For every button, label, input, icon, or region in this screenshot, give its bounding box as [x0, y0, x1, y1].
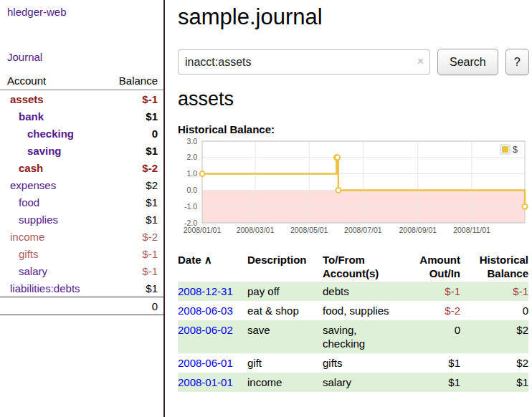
account-link-liabilities-debts[interactable]: liabilities:debts [7, 282, 80, 295]
clear-search-icon[interactable]: × [417, 55, 424, 68]
description-cell: save [247, 320, 323, 353]
accounts-cell: saving, checking [323, 320, 416, 353]
account-row: food $1 [0, 193, 163, 211]
account-link-gifts[interactable]: gifts [7, 247, 39, 261]
account-link-income[interactable]: income [7, 230, 44, 244]
page-title: sample.journal [178, 4, 532, 30]
account-link-checking[interactable]: checking [7, 127, 74, 140]
account-row: cash $-2 [0, 159, 163, 176]
svg-text:-1.0: -1.0 [184, 202, 197, 211]
account-link-salary[interactable]: salary [7, 264, 47, 278]
date-link[interactable]: 2008-06-01 [178, 357, 233, 369]
description-cell: pay off [247, 282, 323, 301]
svg-text:2008/03/01: 2008/03/01 [237, 226, 275, 234]
account-link-cash[interactable]: cash [7, 161, 43, 175]
header-date[interactable]: Date ∧ [178, 251, 247, 282]
accounts-cell: food, supplies [323, 301, 416, 320]
account-link-assets[interactable]: assets [7, 92, 44, 106]
account-row: gifts $-1 [0, 245, 163, 262]
register-row: 2008-01-01 income salary $1 $1 [178, 373, 528, 392]
accounts-header-balance: Balance [119, 75, 158, 87]
accounts-header-account: Account [7, 75, 46, 87]
register-row: 2008-06-01 gift gifts $1 $2 [178, 353, 528, 373]
sidebar: hledger-web Journal Account Balance asse… [0, 0, 165, 417]
account-balance: $1 [146, 144, 158, 158]
svg-text:2008/07/01: 2008/07/01 [344, 226, 382, 234]
header-balance: Historical Balance [460, 251, 528, 282]
svg-text:2008/11/01: 2008/11/01 [453, 226, 490, 234]
account-heading: assets [178, 88, 532, 110]
amount-cell: $1 [416, 353, 460, 373]
amount-cell: $-1 [416, 282, 460, 301]
date-link[interactable]: 2008-12-31 [178, 285, 233, 297]
svg-text:2008/01/01: 2008/01/01 [184, 226, 222, 234]
account-row: supplies $1 [0, 211, 163, 228]
account-balance: $-1 [142, 247, 158, 261]
account-balance: $-1 [142, 92, 158, 106]
search-input[interactable] [178, 49, 430, 75]
svg-text:$: $ [513, 145, 518, 155]
main-content: sample.journal × Search ? assets Histori… [166, 0, 532, 392]
account-link-expenses[interactable]: expenses [7, 178, 56, 192]
account-row: income $-2 [0, 228, 163, 245]
account-balance: $-2 [142, 161, 158, 175]
account-row: bank $1 [0, 107, 163, 125]
header-amount: Amount Out/In [416, 251, 460, 282]
account-link-supplies[interactable]: supplies [7, 213, 58, 226]
accounts-cell: gifts [323, 353, 416, 373]
account-balance: $1 [146, 196, 158, 209]
date-link[interactable]: 2008-06-03 [178, 305, 233, 317]
register-table: Date ∧ Description To/From Account(s) Am… [178, 251, 528, 392]
account-balance: $1 [146, 282, 158, 295]
account-balance: $1 [146, 213, 158, 226]
accounts-cell: salary [323, 373, 416, 392]
amount-cell: $-2 [416, 301, 460, 320]
help-button[interactable]: ? [505, 49, 529, 75]
svg-text:1.0: 1.0 [186, 169, 197, 178]
account-row: expenses $2 [0, 176, 163, 193]
header-description: Description [247, 251, 323, 282]
balance-cell: 0 [460, 301, 528, 320]
register-row: 2008-06-02 save saving, checking 0 $2 [178, 320, 528, 353]
register-row: 2008-12-31 pay off debts $-1 $-1 [178, 282, 528, 301]
svg-text:2008/09/01: 2008/09/01 [399, 226, 437, 234]
nav-journal-link[interactable]: Journal [7, 51, 158, 63]
search-bar: × Search ? [178, 49, 532, 75]
accounts-panel: Account Balance assets $-1 bank $1 check… [0, 73, 163, 315]
svg-text:2.0: 2.0 [186, 153, 197, 161]
search-box: × [178, 49, 430, 75]
svg-text:2008/05/01: 2008/05/01 [290, 226, 328, 234]
accounts-total-row: 0 [0, 297, 163, 315]
account-row: checking 0 [0, 125, 163, 142]
account-row: saving $1 [0, 142, 163, 159]
accounts-cell: debts [323, 282, 416, 301]
date-link[interactable]: 2008-01-01 [178, 376, 233, 388]
account-balance: $1 [146, 110, 158, 123]
svg-text:3.0: 3.0 [186, 138, 197, 145]
account-link-food[interactable]: food [7, 196, 39, 209]
balance-cell: $-1 [460, 282, 528, 301]
account-link-saving[interactable]: saving [7, 144, 62, 158]
account-row: assets $-1 [0, 90, 163, 107]
account-row: liabilities:debts $1 [0, 279, 163, 297]
register-header-row: Date ∧ Description To/From Account(s) Am… [178, 251, 528, 282]
account-balance: $-2 [142, 230, 158, 244]
sort-ascending-icon: ∧ [204, 254, 212, 266]
accounts-table-header: Account Balance [0, 73, 163, 90]
balance-cell: $2 [460, 320, 528, 353]
app-title-link[interactable]: hledger-web [7, 6, 158, 18]
chart-title: Historical Balance: [178, 123, 532, 135]
account-row: salary $-1 [0, 262, 163, 279]
date-link[interactable]: 2008-06-02 [178, 324, 233, 336]
description-cell: eat & shop [247, 301, 323, 320]
account-balance: $2 [146, 178, 158, 192]
accounts-total-value: 0 [152, 299, 158, 313]
search-button[interactable]: Search [437, 49, 498, 75]
balance-cell: $1 [460, 373, 528, 392]
historical-balance-chart: 3.02.01.00.0-1.0-2.02008/01/012008/03/01… [178, 138, 531, 240]
amount-cell: 0 [416, 320, 460, 353]
account-link-bank[interactable]: bank [7, 110, 44, 123]
register-row: 2008-06-03 eat & shop food, supplies $-2… [178, 301, 528, 320]
account-balance: 0 [152, 127, 158, 140]
description-cell: gift [247, 353, 323, 373]
